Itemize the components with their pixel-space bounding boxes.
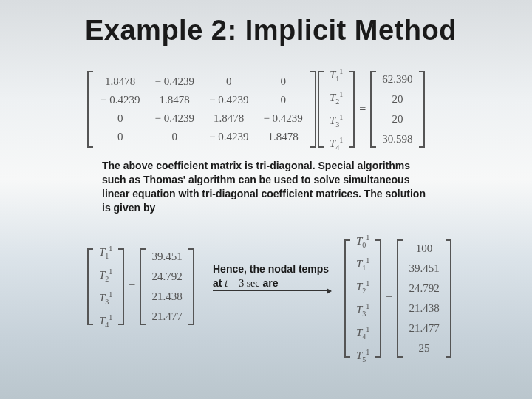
left-bracket-icon — [87, 71, 93, 148]
right-bracket-icon — [446, 239, 451, 358]
nodal-temps-text: Hence, the nodal temps at t = 3 sec are — [213, 262, 331, 291]
solution-unknowns: T11 T21 T31 T41 — [93, 240, 118, 333]
rhs-vector: 62.390 20 20 30.598 — [376, 69, 418, 150]
unknown-vector: T11 T21 T31 T41 — [324, 63, 349, 156]
equals-sign: = — [381, 292, 397, 305]
left-bracket-icon — [370, 71, 376, 148]
coefficient-matrix: 1.8478− 0.423900 − 0.42391.8478− 0.42390… — [93, 72, 310, 146]
arrow-icon — [213, 290, 331, 291]
equals-sign: = — [355, 103, 370, 116]
slide-title: Example 2: Implicit Method — [85, 15, 457, 47]
equals-sign: = — [124, 280, 140, 293]
nodal-temps-equation: T01 T11 T21 T31 T41 T51 = 100 39.451 24.… — [344, 229, 451, 368]
right-bracket-icon — [188, 248, 194, 325]
left-bracket-icon — [87, 248, 93, 325]
right-bracket-icon — [310, 71, 316, 148]
nodal-values: 100 39.451 24.792 21.438 21.477 25 — [403, 238, 445, 359]
left-bracket-icon — [318, 71, 324, 148]
solution-values: 39.451 24.792 21.438 21.477 — [146, 246, 188, 327]
solution-equation: T11 T21 T31 T41 = 39.451 24.792 21.438 2… — [87, 240, 194, 333]
description-paragraph: The above coefficient matrix is tri-diag… — [102, 159, 427, 215]
right-bracket-icon — [118, 248, 124, 325]
left-bracket-icon — [344, 239, 350, 358]
right-bracket-icon — [375, 239, 381, 358]
left-bracket-icon — [397, 239, 403, 358]
right-bracket-icon — [349, 71, 355, 148]
matrix-equation: 1.8478− 0.423900 − 0.42391.8478− 0.42390… — [87, 63, 425, 156]
nodal-unknowns: T01 T11 T21 T31 T41 T51 — [350, 229, 375, 368]
left-bracket-icon — [140, 248, 146, 325]
right-bracket-icon — [419, 71, 425, 148]
